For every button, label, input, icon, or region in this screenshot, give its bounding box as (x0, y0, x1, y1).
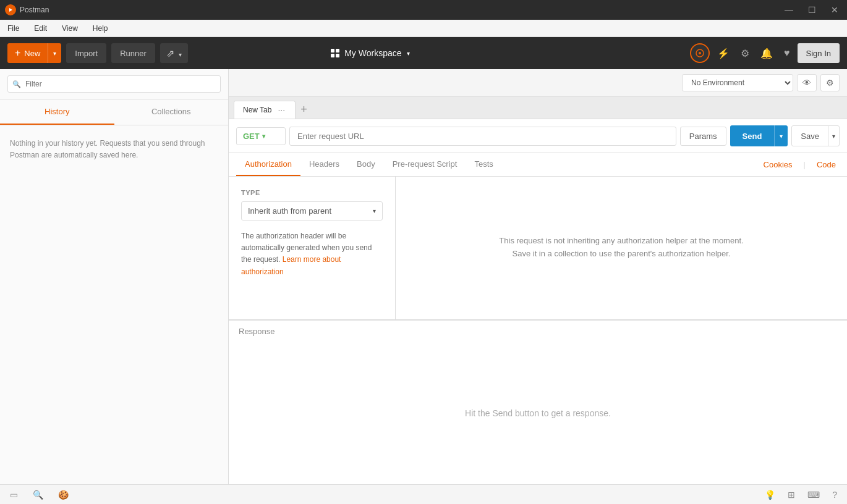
response-empty-area: Hit the Send button to get a response. (229, 342, 847, 485)
settings-icon[interactable]: ⚙ (737, 45, 753, 62)
auth-right-panel: This request is not inheriting any autho… (396, 177, 847, 319)
title-bar-left: Postman (5, 4, 49, 15)
heart-icon[interactable]: ♥ (780, 45, 794, 61)
cookies-link[interactable]: Cookies (760, 154, 796, 175)
sidebar-tabs: History Collections (0, 99, 228, 125)
workspace-chevron-icon: ▾ (407, 50, 410, 57)
save-button[interactable]: Save ▾ (791, 125, 840, 146)
help-icon[interactable]: ? (830, 489, 840, 501)
auth-left-panel: TYPE Inherit auth from parent ▾ The auth… (229, 177, 396, 319)
sync-status-icon[interactable] (690, 43, 710, 63)
status-bar-left: ▭ 🔍 🍪 (7, 489, 71, 501)
send-button[interactable]: Send ▾ (730, 125, 788, 146)
sidebar-search-area: 🔍 (0, 69, 228, 99)
tab-pre-request-script[interactable]: Pre-request Script (384, 153, 466, 176)
minimize-button[interactable]: — (781, 4, 797, 16)
postman-logo (5, 4, 16, 15)
tab-tests[interactable]: Tests (466, 153, 501, 176)
response-header: Response (229, 319, 847, 342)
tab-label: New Tab (243, 106, 271, 114)
menu-file[interactable]: File (5, 23, 22, 34)
import-button[interactable]: Import (66, 43, 106, 63)
tab-authorization[interactable]: Authorization (236, 153, 300, 176)
new-button[interactable]: + New ▾ (7, 43, 61, 63)
runner-button[interactable]: Runner (111, 43, 155, 63)
sidebar-tab-collections[interactable]: Collections (114, 99, 229, 125)
status-bar: ▭ 🔍 🍪 💡 ⊞ ⌨ ? (0, 484, 847, 504)
menu-help[interactable]: Help (90, 23, 111, 34)
sidebar-tab-history[interactable]: History (0, 99, 114, 125)
environment-bar: No Environment 👁 ⚙ (229, 69, 847, 97)
chevron-down-icon: ▾ (53, 50, 56, 57)
sidebar-filter-input[interactable] (7, 75, 221, 93)
toolbar: + New ▾ Import Runner ⇗ ▾ My Workspace ▾… (0, 37, 847, 69)
find-replace-icon[interactable]: 🔍 (30, 489, 46, 501)
search-wrapper: 🔍 (7, 75, 221, 93)
send-button-label: Send (730, 132, 775, 141)
app-title: Postman (20, 6, 49, 14)
collection-link-button[interactable]: ⇗ ▾ (160, 43, 189, 63)
new-button-arrow[interactable]: ▾ (48, 43, 61, 63)
chevron-down-icon: ▾ (373, 208, 376, 214)
interceptor-icon[interactable]: ⚡ (713, 45, 733, 62)
request-tab-new[interactable]: New Tab ··· (234, 101, 296, 119)
tab-more-icon[interactable]: ··· (276, 105, 286, 115)
plus-icon: + (15, 48, 20, 59)
svg-point-2 (699, 52, 701, 54)
tab-bar: New Tab ··· + (229, 97, 847, 119)
title-bar: Postman — ☐ ✕ (0, 0, 847, 20)
add-tab-button[interactable]: + (298, 103, 310, 116)
maximize-button[interactable]: ☐ (804, 4, 820, 16)
auth-description: The authorization header will be automat… (241, 230, 383, 278)
send-button-arrow[interactable]: ▾ (774, 125, 788, 146)
environment-select[interactable]: No Environment (682, 74, 793, 91)
gear-icon[interactable]: ⚙ (820, 74, 840, 91)
new-label: New (24, 49, 40, 58)
response-empty-hint: Hit the Send button to get a response. (465, 408, 611, 418)
url-bar: GET ▾ Params Send ▾ Save ▾ (229, 119, 847, 153)
lightbulb-icon[interactable]: 💡 (762, 489, 778, 501)
auth-type-value: Inherit auth from parent (248, 206, 331, 216)
divider: | (804, 154, 806, 175)
chevron-down-icon: ▾ (780, 133, 783, 140)
response-label: Response (239, 327, 275, 336)
notifications-icon[interactable]: 🔔 (757, 45, 777, 62)
chevron-down-icon: ▾ (832, 133, 835, 140)
request-response-area: No Environment 👁 ⚙ New Tab ··· + GET ▾ P… (229, 69, 847, 484)
auth-right-message: This request is not inheriting any autho… (498, 235, 745, 261)
auth-panel: TYPE Inherit auth from parent ▾ The auth… (229, 177, 847, 319)
grid-icon (331, 49, 339, 57)
menu-bar: File Edit View Help (0, 20, 847, 37)
workspace-selector[interactable]: My Workspace ▾ (331, 48, 409, 58)
two-pane-icon[interactable]: ⊞ (785, 489, 798, 501)
tab-headers[interactable]: Headers (300, 153, 348, 176)
close-button[interactable]: ✕ (827, 4, 842, 16)
tab-body[interactable]: Body (348, 153, 384, 176)
menu-edit[interactable]: Edit (32, 23, 49, 34)
cookies-status-icon[interactable]: 🍪 (56, 489, 71, 501)
env-selector-group: No Environment 👁 ⚙ (682, 74, 840, 91)
sign-in-button[interactable]: Sign In (798, 43, 840, 63)
workspace-label: My Workspace (344, 48, 401, 58)
menu-view[interactable]: View (59, 23, 80, 34)
main-content: 🔍 History Collections Nothing in your hi… (0, 69, 847, 484)
method-select[interactable]: GET ▾ (236, 127, 286, 145)
auth-type-select[interactable]: Inherit auth from parent ▾ (241, 201, 383, 220)
url-input[interactable] (289, 127, 676, 146)
status-bar-right: 💡 ⊞ ⌨ ? (762, 489, 840, 501)
method-chevron-icon: ▾ (262, 133, 265, 140)
collection-link-icon: ⇗ (166, 48, 174, 59)
code-link[interactable]: Code (813, 154, 840, 175)
auth-type-label: TYPE (241, 189, 383, 196)
search-icon: 🔍 (12, 80, 21, 88)
eye-icon[interactable]: 👁 (797, 74, 817, 91)
params-button[interactable]: Params (680, 127, 726, 146)
new-button-main: + New (7, 48, 48, 59)
sidebar: 🔍 History Collections Nothing in your hi… (0, 69, 229, 484)
keyboard-shortcuts-icon[interactable]: ⌨ (805, 489, 822, 501)
req-tab-right-links: Cookies | Code (760, 154, 840, 175)
window-controls: — ☐ ✕ (781, 4, 842, 16)
sidebar-toggle-icon[interactable]: ▭ (7, 489, 20, 501)
save-button-arrow[interactable]: ▾ (828, 126, 839, 146)
save-button-label: Save (792, 132, 828, 141)
